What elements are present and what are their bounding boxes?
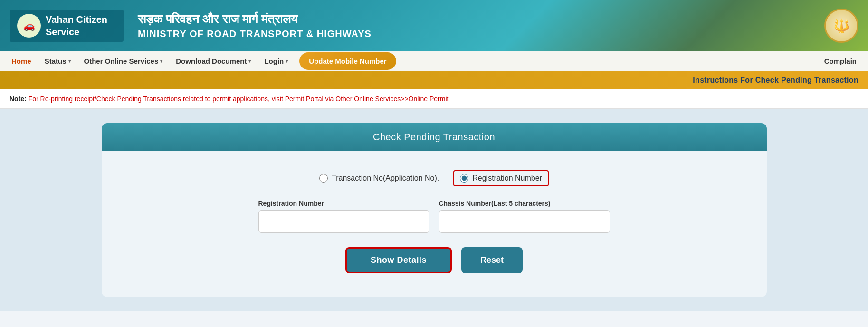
government-emblem: 🔱: [824, 9, 858, 43]
nav-login[interactable]: Login ▾: [258, 51, 295, 71]
instructions-link[interactable]: Instructions For Check Pending Transacti…: [693, 76, 858, 84]
header-title-area: सड़क परिवहन और राज मार्ग मंत्रालय MINIST…: [124, 12, 824, 39]
note-bar: Note: For Re-printing receipt/Check Pend…: [0, 89, 868, 109]
note-label: Note:: [10, 95, 27, 103]
nav-download-document[interactable]: Download Document ▾: [169, 51, 258, 71]
reset-button[interactable]: Reset: [461, 247, 523, 273]
show-details-button[interactable]: Show Details: [345, 247, 452, 273]
update-mobile-button[interactable]: Update Mobile Number: [299, 52, 396, 70]
note-text: For Re-printing receipt/Check Pending Tr…: [29, 95, 449, 103]
header-english-title: MINISTRY OF ROAD TRANSPORT & HIGHWAYS: [138, 29, 824, 39]
registration-number-group: Registration Number: [258, 200, 429, 233]
radio-registration-number[interactable]: Registration Number: [453, 170, 549, 186]
vahan-logo-icon: 🚗: [17, 14, 41, 38]
radio-transaction-input[interactable]: [319, 174, 328, 183]
radio-row: Transaction No(Application No). Registra…: [111, 170, 757, 186]
radio-registration-input[interactable]: [460, 174, 468, 183]
nav-status[interactable]: Status ▾: [38, 51, 77, 71]
main-content: Check Pending Transaction Transaction No…: [0, 109, 868, 311]
section-header: Check Pending Transaction: [102, 123, 767, 151]
instructions-banner: Instructions For Check Pending Transacti…: [0, 71, 868, 89]
header-hindi-title: सड़क परिवहन और राज मार्ग मंत्रालय: [138, 12, 824, 27]
fields-row: Registration Number Chassis Number(Last …: [111, 200, 757, 233]
download-dropdown-arrow: ▾: [248, 58, 251, 64]
logo-text: Vahan Citizen Service: [46, 13, 107, 38]
form-box: Transaction No(Application No). Registra…: [102, 151, 767, 297]
chassis-number-label: Chassis Number(Last 5 characters): [439, 200, 610, 207]
chassis-number-input[interactable]: [439, 210, 610, 233]
registration-number-label: Registration Number: [258, 200, 429, 207]
radio-transaction-no[interactable]: Transaction No(Application No).: [319, 174, 439, 183]
other-services-dropdown-arrow: ▾: [160, 58, 162, 64]
nav-other-services[interactable]: Other Online Services ▾: [77, 51, 170, 71]
page-header: 🚗 Vahan Citizen Service सड़क परिवहन और र…: [0, 0, 868, 51]
main-navbar: Home Status ▾ Other Online Services ▾ Do…: [0, 51, 868, 71]
logo-area: 🚗 Vahan Citizen Service: [10, 10, 124, 42]
nav-home[interactable]: Home: [5, 51, 38, 71]
nav-complaint[interactable]: Complain: [818, 51, 863, 71]
registration-number-input[interactable]: [258, 210, 429, 233]
buttons-row: Show Details Reset: [111, 247, 757, 273]
status-dropdown-arrow: ▾: [68, 58, 71, 64]
chassis-number-group: Chassis Number(Last 5 characters): [439, 200, 610, 233]
login-dropdown-arrow: ▾: [286, 58, 288, 64]
